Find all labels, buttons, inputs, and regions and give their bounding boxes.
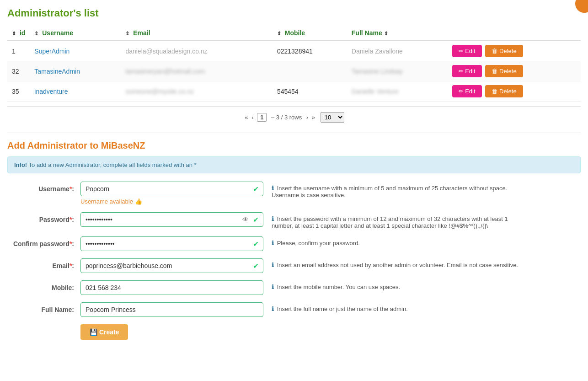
- fullname-input-wrap: [80, 302, 263, 317]
- password-input[interactable]: [80, 212, 263, 227]
- page-title: Administrator's list: [7, 7, 581, 19]
- email-label: Email*:: [7, 258, 80, 269]
- cell-mobile: [273, 61, 347, 81]
- password-help: ℹ Insert the password with a minimum of …: [263, 212, 519, 229]
- password-row: Password*: 👁 ✔ ℹ Insert the password wit…: [7, 212, 581, 229]
- create-button[interactable]: 💾 Create: [80, 324, 128, 340]
- cell-fullname: Tamasine Lindsay: [347, 61, 448, 81]
- edit-button[interactable]: ✏ Edit: [452, 65, 482, 77]
- cell-email: someone@mysite.co.nz: [121, 81, 273, 102]
- col-mobile[interactable]: ⇕ Mobile: [273, 26, 347, 41]
- username-row: Username*: ✔ Username available 👍 ℹ Inse…: [7, 182, 581, 205]
- table-row: 35 inadventure someone@mysite.co.nz 5454…: [7, 81, 581, 102]
- cell-fullname: Daniela Zavallone: [347, 41, 448, 61]
- info-bar: Info! To add a new Administrator, comple…: [7, 156, 581, 173]
- mobile-input[interactable]: [80, 280, 263, 295]
- mobile-help: ℹ Insert the mobile number. You can use …: [263, 280, 519, 290]
- pagination-last[interactable]: »: [312, 114, 315, 121]
- delete-button[interactable]: 🗑 Delete: [485, 65, 523, 77]
- email-row: Email*: ✔ ℹ Insert an email address not …: [7, 258, 581, 273]
- sort-arrows-fullname: ⇕: [384, 31, 388, 36]
- section-divider: [7, 133, 581, 133]
- cell-actions: ✏ Edit 🗑 Delete: [448, 41, 581, 61]
- fullname-row: Full Name: ℹ Insert the full name or jus…: [7, 302, 581, 317]
- fullname-input[interactable]: [80, 302, 263, 317]
- fullname-help: ℹ Insert the full name or just the name …: [263, 302, 519, 312]
- email-input[interactable]: [80, 258, 263, 273]
- confirm-password-label: Confirm password*:: [7, 236, 80, 247]
- sort-arrows-mobile: ⇕: [277, 31, 281, 36]
- edit-button[interactable]: ✏ Edit: [452, 45, 482, 57]
- mobile-info-icon: ℹ: [272, 284, 274, 290]
- cell-actions: ✏ Edit 🗑 Delete: [448, 81, 581, 102]
- info-label: Info!: [14, 161, 27, 168]
- eye-icon[interactable]: 👁: [242, 216, 249, 223]
- col-id[interactable]: ⇕ id: [7, 26, 30, 41]
- col-fullname[interactable]: Full Name ⇕: [347, 26, 448, 41]
- password-label: Password*:: [7, 212, 80, 223]
- pagination-first[interactable]: «: [245, 114, 248, 121]
- username-available: Username available 👍: [80, 198, 263, 205]
- username-input[interactable]: [80, 182, 263, 196]
- email-input-wrap: ✔: [80, 258, 263, 273]
- username-help: ℹ Insert the username with a minimum of …: [263, 182, 519, 199]
- pagination-next[interactable]: ›: [306, 114, 308, 121]
- pagination-prev[interactable]: ‹: [251, 114, 253, 121]
- pagination-rows-select[interactable]: 10 25 50 100: [321, 112, 344, 123]
- fullname-info-icon: ℹ: [272, 306, 274, 312]
- cell-id: 35: [7, 81, 30, 102]
- mobile-input-wrap: [80, 280, 263, 295]
- cell-actions: ✏ Edit 🗑 Delete: [448, 61, 581, 81]
- cell-username: SuperAdmin: [30, 41, 121, 61]
- username-input-wrap: ✔: [80, 182, 263, 196]
- cell-mobile: 0221328941: [273, 41, 347, 61]
- edit-button[interactable]: ✏ Edit: [452, 85, 482, 97]
- col-actions: [448, 26, 581, 41]
- username-info-icon: ℹ: [272, 185, 274, 192]
- cell-username: inadventure: [30, 81, 121, 102]
- cell-id: 1: [7, 41, 30, 61]
- required-asterisk: *: [69, 185, 72, 193]
- username-label: Username*:: [7, 182, 80, 193]
- fullname-label: Full Name:: [7, 302, 80, 313]
- password-info-icon: ℹ: [272, 215, 274, 222]
- email-help: ℹ Insert an email address not used by an…: [263, 258, 519, 268]
- info-text: To add a new Administrator, complete all…: [29, 161, 197, 168]
- confirm-password-help: ℹ Please, confirm your password.: [263, 236, 519, 247]
- email-info-icon: ℹ: [272, 262, 274, 268]
- cell-email: daniela@squaladesign.co.nz: [121, 41, 273, 61]
- confirm-password-row: Confirm password*: ✔ ℹ Please, confirm y…: [7, 236, 581, 251]
- delete-button[interactable]: 🗑 Delete: [485, 45, 523, 57]
- mobile-label: Mobile:: [7, 280, 80, 291]
- confirm-info-icon: ℹ: [272, 240, 274, 247]
- confirm-password-input[interactable]: [80, 236, 263, 251]
- cell-username: TamasineAdmin: [30, 61, 121, 81]
- pagination-info: – 3 / 3 rows: [271, 114, 302, 121]
- cell-id: 32: [7, 61, 30, 81]
- sort-arrows-email: ⇕: [125, 31, 129, 36]
- add-admin-title: Add Administrator to MiBaseNZ: [7, 140, 581, 151]
- create-row: 💾 Create: [7, 324, 581, 340]
- table-row: 1 SuperAdmin daniela@squaladesign.co.nz …: [7, 41, 581, 61]
- admin-form: Username*: ✔ Username available 👍 ℹ Inse…: [7, 182, 581, 340]
- mobile-row: Mobile: ℹ Insert the mobile number. You …: [7, 280, 581, 295]
- pagination-current[interactable]: 1: [257, 113, 267, 122]
- confirm-password-input-wrap: ✔: [80, 236, 263, 251]
- cell-email: tamasineryan@hotmail.com: [121, 61, 273, 81]
- sort-arrows-username: ⇕: [34, 31, 38, 36]
- delete-button[interactable]: 🗑 Delete: [485, 85, 523, 97]
- admin-table: ⇕ id ⇕ Username ⇕ Email ⇕ Mobile Full Na…: [7, 26, 581, 102]
- col-email[interactable]: ⇕ Email: [121, 26, 273, 41]
- cell-fullname: Danielle Venture: [347, 81, 448, 102]
- cell-mobile: 545454: [273, 81, 347, 102]
- col-username[interactable]: ⇕ Username: [30, 26, 121, 41]
- sort-arrows-id: ⇕: [12, 31, 16, 36]
- password-input-wrap: 👁 ✔: [80, 212, 263, 227]
- pagination-bar: « ‹ 1 – 3 / 3 rows › » 10 25 50 100: [7, 106, 581, 125]
- table-row: 32 TamasineAdmin tamasineryan@hotmail.co…: [7, 61, 581, 81]
